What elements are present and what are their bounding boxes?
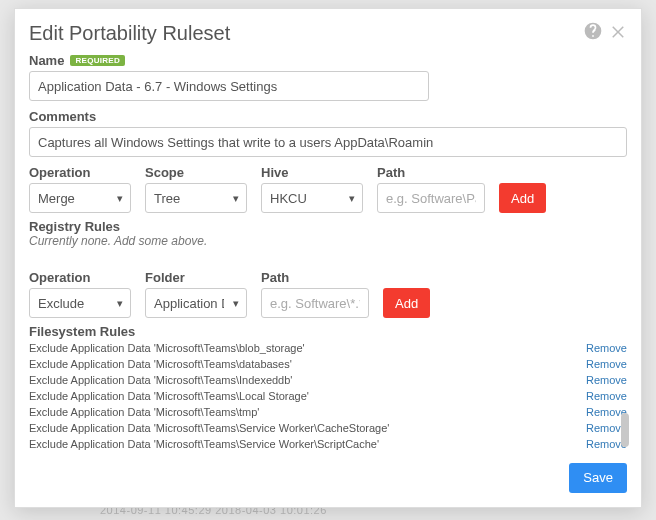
- name-input[interactable]: [29, 71, 429, 101]
- comments-input[interactable]: [29, 127, 627, 157]
- registry-rules-label: Registry Rules: [29, 219, 627, 234]
- scrollbar-thumb[interactable]: [621, 413, 629, 447]
- filesystem-rule-text: Exclude Application Data 'Microsoft\Team…: [29, 357, 292, 373]
- fs-path-input[interactable]: [261, 288, 369, 318]
- filesystem-rule-text: Exclude Application Data 'Microsoft\Team…: [29, 437, 379, 453]
- filesystem-rule-text: Exclude Application Data 'Microsoft\Team…: [29, 421, 389, 437]
- filesystem-rule-row: Exclude Application Data 'Microsoft\Team…: [29, 421, 627, 437]
- help-icon[interactable]: [583, 21, 603, 45]
- fs-path-label: Path: [261, 270, 369, 285]
- fs-operation-label: Operation: [29, 270, 131, 285]
- filesystem-rule-text: Exclude Application Data 'Microsoft\Team…: [29, 389, 309, 405]
- remove-link[interactable]: Remove: [586, 341, 627, 357]
- remove-link[interactable]: Remove: [586, 373, 627, 389]
- reg-path-label: Path: [377, 165, 485, 180]
- reg-hive-label: Hive: [261, 165, 363, 180]
- reg-operation-label: Operation: [29, 165, 131, 180]
- filesystem-rule-row: Exclude Application Data 'Microsoft\Team…: [29, 405, 627, 421]
- registry-rules-none: Currently none. Add some above.: [29, 234, 627, 248]
- edit-ruleset-modal: Edit Portability Ruleset Name REQUIRED C…: [14, 8, 642, 508]
- filesystem-rule-row: Exclude Application Data 'Microsoft\Team…: [29, 373, 627, 389]
- remove-link[interactable]: Remove: [586, 389, 627, 405]
- name-label: Name REQUIRED: [29, 53, 627, 68]
- reg-path-input[interactable]: [377, 183, 485, 213]
- fs-folder-select[interactable]: [145, 288, 247, 318]
- save-button[interactable]: Save: [569, 463, 627, 493]
- name-label-text: Name: [29, 53, 64, 68]
- filesystem-rule-text: Exclude Application Data 'Microsoft\Team…: [29, 341, 305, 357]
- reg-add-button[interactable]: Add: [499, 183, 546, 213]
- fs-add-button[interactable]: Add: [383, 288, 430, 318]
- reg-scope-select[interactable]: [145, 183, 247, 213]
- filesystem-rule-row: Exclude Application Data 'Microsoft\Team…: [29, 389, 627, 405]
- modal-title: Edit Portability Ruleset: [29, 22, 230, 45]
- remove-link[interactable]: Remove: [586, 357, 627, 373]
- filesystem-rule-row: Exclude Application Data 'Microsoft\Team…: [29, 437, 627, 453]
- reg-operation-select[interactable]: [29, 183, 131, 213]
- filesystem-rule-row: Exclude Application Data 'Microsoft\Team…: [29, 341, 627, 357]
- fs-folder-label: Folder: [145, 270, 247, 285]
- filesystem-rule-text: Exclude Application Data 'Microsoft\Team…: [29, 373, 292, 389]
- filesystem-rules-list: Exclude Application Data 'Microsoft\Team…: [29, 341, 627, 453]
- reg-scope-label: Scope: [145, 165, 247, 180]
- close-icon[interactable]: [609, 22, 627, 44]
- required-badge: REQUIRED: [70, 55, 125, 66]
- comments-label: Comments: [29, 109, 627, 124]
- filesystem-rule-text: Exclude Application Data 'Microsoft\Team…: [29, 405, 259, 421]
- reg-hive-select[interactable]: [261, 183, 363, 213]
- filesystem-rules-label: Filesystem Rules: [29, 324, 627, 339]
- filesystem-rule-row: Exclude Application Data 'Microsoft\Team…: [29, 357, 627, 373]
- fs-operation-select[interactable]: [29, 288, 131, 318]
